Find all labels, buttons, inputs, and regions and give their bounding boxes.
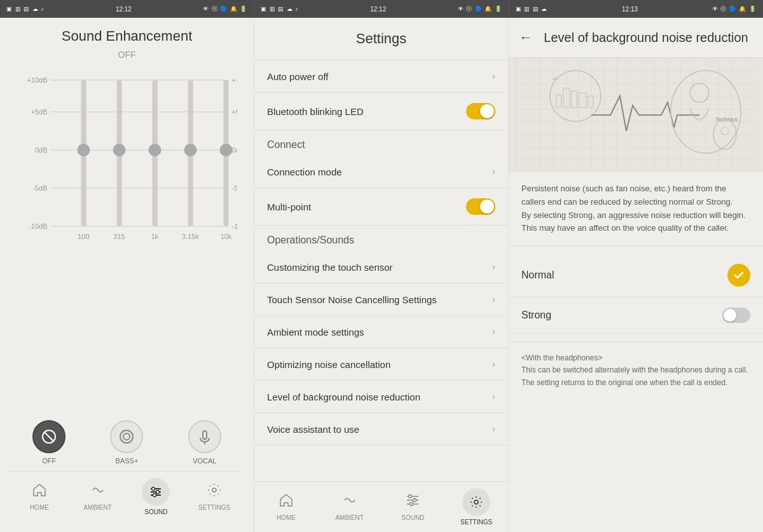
panel1-bottom-nav: HOME AMBIENT SOUND SETTINGS [10, 471, 244, 522]
back-button[interactable]: ← [519, 29, 533, 46]
status-left-icons-3: ▣ ▥ ▤ ☁ [516, 6, 548, 12]
setting-ambient-mode[interactable]: Ambient mode settings › [254, 316, 508, 348]
nav2-home-label: HOME [277, 514, 296, 521]
connection-mode-label: Connection mode [267, 167, 342, 177]
svg-line-35 [45, 432, 53, 441]
setting-touch-noise[interactable]: Touch Sensor Noise Cancelling Settings › [254, 283, 508, 316]
nav2-home[interactable]: HOME [254, 493, 318, 521]
setting-connection-mode[interactable]: Connection mode › [254, 156, 508, 188]
eq-chart: +10dB +5dB 0dB -5dB -10dB +10dB +5dB 0dB… [17, 67, 237, 407]
settings-icon-1 [207, 482, 222, 501]
svg-point-45 [153, 494, 156, 497]
nav1-sound[interactable]: SOUND [127, 478, 186, 515]
panel2-bottom-nav: HOME AMBIENT SOUND SETTINGS [254, 481, 508, 532]
status-segment-3: ▣ ▥ ▤ ☁ 12:13 👁 ⓝ 🔵 🔔 🔋 [509, 0, 763, 18]
svg-text:3.15k: 3.15k [182, 233, 199, 240]
mode-vocal[interactable]: VOCAL [188, 420, 221, 465]
nav2-sound-label: SOUND [401, 514, 424, 521]
multipoint-toggle[interactable] [466, 198, 495, 215]
svg-point-24 [149, 144, 162, 156]
status-time-1: 12:12 [116, 6, 132, 13]
svg-text:-5dB: -5dB [32, 184, 47, 192]
noise-option-normal[interactable]: Normal [509, 254, 763, 297]
noise-option-strong[interactable]: Strong [509, 297, 763, 334]
voice-assistant-label: Voice assistant to use [267, 424, 359, 435]
svg-text:+10dB: +10dB [232, 76, 238, 84]
setting-touch-sensor[interactable]: Customizing the touch sensor › [254, 251, 508, 283]
nav2-settings-label: SETTINGS [460, 519, 492, 526]
nav2-ambient[interactable]: AMBIENT [318, 493, 382, 521]
setting-voice-assistant[interactable]: Voice assistant to use › [254, 413, 508, 446]
settings-list: Auto power off › Bluetooth blinking LED … [254, 60, 508, 481]
nav1-home-label: HOME [30, 504, 49, 511]
normal-radio[interactable] [727, 264, 750, 287]
home-icon-1 [32, 482, 47, 501]
svg-point-53 [474, 500, 478, 504]
mode-off[interactable]: OFF [32, 420, 65, 465]
nav1-settings[interactable]: SETTINGS [185, 482, 244, 511]
svg-text:315: 315 [113, 233, 125, 240]
noise-footer: <With the headphones>This can be switche… [509, 341, 763, 399]
ambient-icon-1 [90, 482, 106, 501]
mode-off-icon [32, 420, 65, 453]
setting-multipoint[interactable]: Multi-point [254, 188, 508, 226]
sound-nav-circle [142, 478, 170, 506]
svg-text:100: 100 [78, 233, 89, 240]
noise-options: Normal Strong [509, 246, 763, 341]
strong-label: Strong [521, 310, 551, 321]
bluetooth-led-label: Bluetooth blinking LED [267, 106, 364, 117]
chevron-connection-mode: › [492, 166, 495, 177]
status-time-2: 12:12 [370, 6, 386, 13]
chevron-voice-assistant: › [492, 423, 495, 435]
section-connect: Connect [254, 130, 508, 156]
bluetooth-led-toggle[interactable] [466, 103, 495, 119]
svg-rect-55 [515, 58, 757, 172]
touch-noise-label: Touch Sensor Noise Cancelling Settings [267, 294, 437, 305]
setting-bluetooth-led[interactable]: Bluetooth blinking LED [254, 93, 508, 130]
sound-enhancement-panel: Sound Enhancement OFF +10dB +5dB 0dB -5d… [0, 18, 254, 532]
chevron-noise-level: › [492, 391, 495, 402]
setting-optimize-noise[interactable]: Optimizing noise cancellation › [254, 348, 508, 381]
sound-icon-2 [405, 493, 420, 512]
status-segment-1: ▣ ▥ ▤ ☁ ♪ 12:12 👁 ⓝ 🔵 🔔 🔋 [0, 0, 254, 18]
noise-illustration: ✈ Technics [509, 58, 763, 172]
settings-nav-circle [462, 488, 490, 516]
nav2-settings[interactable]: SETTINGS [444, 488, 508, 526]
status-left-icons-1: ▣ ▥ ▤ ☁ ♪ [6, 6, 45, 12]
svg-text:0dB: 0dB [232, 146, 238, 154]
noise-reduction-header: ← Level of background noise reduction [509, 18, 763, 58]
sound-modes: OFF BASS+ VOCAL [10, 414, 244, 471]
svg-text:-10dB: -10dB [232, 222, 238, 230]
nav1-settings-label: SETTINGS [198, 504, 230, 511]
nav1-ambient[interactable]: AMBIENT [69, 482, 127, 511]
strong-radio[interactable] [722, 308, 750, 323]
noise-desc-text: Persistent noise (such as fan noise, etc… [521, 184, 746, 233]
svg-point-43 [152, 488, 155, 491]
settings-panel: Settings Auto power off › Bluetooth blin… [254, 18, 509, 532]
svg-point-36 [120, 430, 133, 443]
setting-auto-power-off[interactable]: Auto power off › [254, 60, 508, 93]
nav2-sound[interactable]: SOUND [382, 493, 445, 521]
status-left-icons-2: ▣ ▥ ▤ ☁ ♪ [261, 6, 299, 12]
svg-text:0dB: 0dB [35, 146, 48, 154]
chevron-ambient-mode: › [492, 326, 495, 338]
multipoint-label: Multi-point [267, 201, 311, 212]
multipoint-thumb [480, 200, 494, 214]
settings-title: Settings [254, 18, 508, 60]
svg-point-51 [413, 499, 416, 502]
svg-text:10k: 10k [221, 233, 232, 240]
svg-text:+5dB: +5dB [232, 108, 238, 116]
status-segment-2: ▣ ▥ ▤ ☁ ♪ 12:12 👁 ⓝ 🔵 🔔 🔋 [254, 0, 509, 18]
chevron-optimize-noise: › [492, 358, 495, 370]
nav1-ambient-label: AMBIENT [83, 504, 111, 511]
svg-point-20 [78, 144, 90, 156]
home-icon-2 [278, 493, 294, 512]
setting-noise-level[interactable]: Level of background noise reduction › [254, 381, 508, 413]
touch-sensor-label: Customizing the touch sensor [267, 262, 393, 273]
chevron-auto-power: › [492, 71, 495, 82]
chevron-touch-sensor: › [492, 261, 495, 273]
nav1-home[interactable]: HOME [10, 482, 69, 511]
mode-bass-icon [110, 420, 143, 453]
mode-bass[interactable]: BASS+ [110, 420, 143, 465]
mode-off-label: OFF [42, 457, 56, 465]
